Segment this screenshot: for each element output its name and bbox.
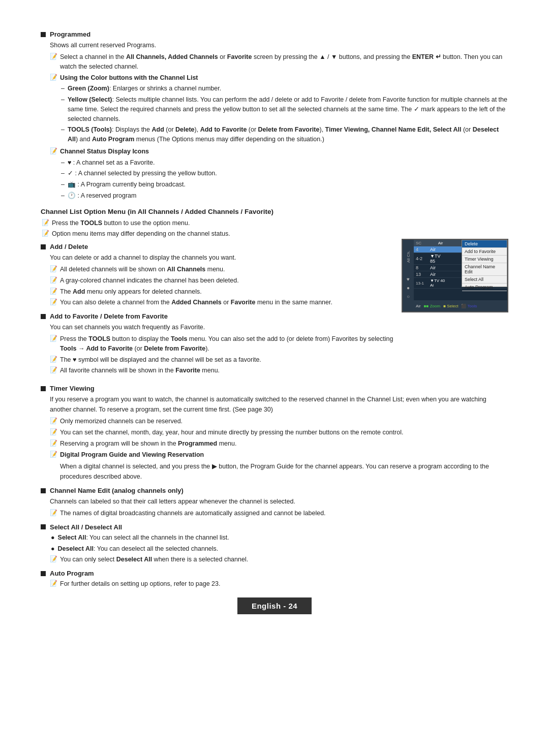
channel-name-body: Channels can labeled so that their call … [50,496,508,507]
ch-menu-select-all: Select All [462,276,507,284]
ch-status-text: Channel Status Display Icons [60,147,508,156]
tools-text: TOOLS (Tools): Displays the Add (or Dele… [68,125,508,144]
note-icon-ap1: 📝 [50,580,57,587]
color-button-list: – Green (Zoom): Enlarges or shrinks a ch… [51,84,508,144]
color-btn-text: Using the Color buttons with the Channel… [60,73,508,83]
status3: – 📺 : A Program currently being broadcas… [61,180,508,190]
note-icon-af1: 📝 [50,335,57,342]
tv-note2: 📝 You can set the channel, month, day, y… [50,428,508,437]
cl-note2: 📝 Option menu items may differ depending… [42,229,396,239]
tv-digital-title: Digital Program Guide and Viewing Reserv… [60,450,508,460]
ch-main: SC Air 4 Air 4-2 ▼TV 85 8 [414,240,507,299]
tv-note2-text: You can set the channel, month, day, yea… [60,428,508,437]
channel-image: All Ch. ♥ ● ○ SC Air [402,239,508,312]
dash: – [61,158,65,168]
programmed-note1-text: Select a channel in the All Channels, Ad… [60,52,508,72]
note-icon-ad3: 📝 [50,288,57,295]
ch-heart-icon: ♥ [407,276,410,282]
bullet-sq-sa [41,524,46,529]
ch-menu-auto: Auto Program [462,284,507,291]
status-icon-list: – ♥ : A channel set as a Favorite. – ✓ :… [51,158,508,201]
channel-screen: All Ch. ♥ ● ○ SC Air [402,239,508,312]
cl-note1: 📝 Press the TOOLS button to use the opti… [42,218,396,228]
ch-num-3: 8 [416,265,430,270]
dash: – [61,84,65,93]
status2-text: ✓ : A channel selected by pressing the y… [68,169,217,178]
note-icon-cb: 📝 [50,74,57,81]
timer-body: If you reserve a program you want to wat… [50,394,508,415]
af-note3: 📝 All favorite channels will be shown in… [50,366,396,375]
yellow-item: – Yellow (Select): Selects multiple chan… [61,95,508,123]
note-icon: 📝 [50,53,57,60]
af-note3-text: All favorite channels will be shown in t… [60,366,396,375]
tv-note3: 📝 Reserving a program will be shown in t… [50,439,508,449]
status1: – ♥ : A channel set as a Favorite. [61,158,508,168]
af-note2-text: The ♥ symbol will be displayed and the c… [60,355,396,365]
note-icon-sa1: 📝 [50,555,57,562]
tools-item: – TOOLS (Tools): Displays the Add (or De… [61,125,508,144]
sa-note1: 📝 You can only select Deselect All when … [50,555,508,564]
timer-viewing-heading: Timer Viewing [41,385,508,392]
add-delete-body: You can delete or add a channel to displ… [50,253,396,263]
ch-footer-air: Air [416,304,421,308]
note-icon-tv2: 📝 [50,428,57,435]
select-all-bullet2: ● Deselect All: You can deselect all the… [51,544,508,554]
note-icon-af3: 📝 [50,366,57,373]
note-icon-ad2: 📝 [50,276,57,284]
ch-header-left: SC [416,241,421,245]
ch-sidebar-icons: ♥ ● ○ [407,276,410,299]
note-icon-dg: 📝 [50,451,57,458]
ch-context-menu: Delete Add to Favorite Timer Viewing Cha… [462,240,507,287]
programmed-title: Programmed [50,30,90,38]
ad-note2: 📝 A gray-colored channel indicates the c… [50,276,396,286]
ad-note4: 📝 You can also delete a channel from the… [50,298,396,307]
add-fav-body: You can set channels you watch frequentl… [50,322,396,332]
tv-digital-heading: 📝 Digital Program Guide and Viewing Rese… [50,450,508,460]
ch-footer-tools: ⬛ Tools [461,304,477,308]
bullet-sq-cn [41,488,46,493]
ch-footer-select: ■ Select [443,304,458,308]
auto-program-title: Auto Program [50,570,94,577]
status4: – 🕐 : A reserved program [61,191,508,201]
add-delete-section: Add / Delete You can delete or add a cha… [41,243,396,307]
page-content: Programmed Shows all current reserved Pr… [0,0,549,635]
select-all-bullet1: ● Select All: You can select all the cha… [51,533,508,543]
ad-note3: 📝 The Add menu only appears for deleted … [50,287,396,297]
channel-name-section: Channel Name Edit (analog channels only)… [41,487,508,518]
footer-label: English - 24 [237,597,312,614]
channel-status-heading: 📝 Channel Status Display Icons [50,147,508,156]
note-icon-ad4: 📝 [50,298,57,305]
ch-clock-icon: ○ [407,294,410,299]
ch-num-5: 13-1 [416,281,430,286]
channel-list-option-heading: Channel List Option Menu (in All Channel… [41,208,508,215]
ch-name-2: ▼TV 85 [430,254,445,264]
ch-menu-name-edit: Channel Name Edit [462,263,507,276]
select-all-text1: Select All: You can select all the chann… [58,533,229,543]
ch-num-2: 4-2 [416,256,430,261]
tv-note1-text: Only memorized channels can be reserved. [60,417,508,426]
channel-list-option-section: Channel List Option Menu (in All Channel… [41,208,508,589]
note-icon-cn1: 📝 [50,509,57,516]
ap-note1-text: For further details on setting up option… [60,579,508,589]
ch-name-4: Air [430,272,445,277]
green-item: – Green (Zoom): Enlarges or shrinks a ch… [61,84,508,93]
note-icon-ad1: 📝 [50,265,57,272]
tv-note1: 📝 Only memorized channels can be reserve… [50,417,508,426]
add-delete-title: Add / Delete [50,243,88,250]
ch-menu-delete: Delete [462,240,507,248]
select-all-heading: Select All / Deselect All [41,523,508,531]
ch-name-1: Air [430,247,445,252]
dash: – [61,125,65,135]
sa-note1-text: You can only select Deselect All when th… [60,555,508,564]
dash: – [61,180,65,190]
ch-num-4: 13 [416,272,430,277]
ch-num-1: 4 [416,247,430,252]
select-all-text2: Deselect All: You can deselect all the s… [58,544,219,554]
status3-text: 📺 : A Program currently being broadcast. [68,180,186,190]
dot1: ● [51,533,55,543]
note-icon-tv3: 📝 [50,439,57,447]
note-icon-af2: 📝 [50,356,57,363]
tv-note3-text: Reserving a program will be shown in the… [60,439,508,449]
digital-body: When a digital channel is selected, and … [60,461,508,482]
add-favorite-heading: Add to Favorite / Delete from Favorite [41,312,396,320]
